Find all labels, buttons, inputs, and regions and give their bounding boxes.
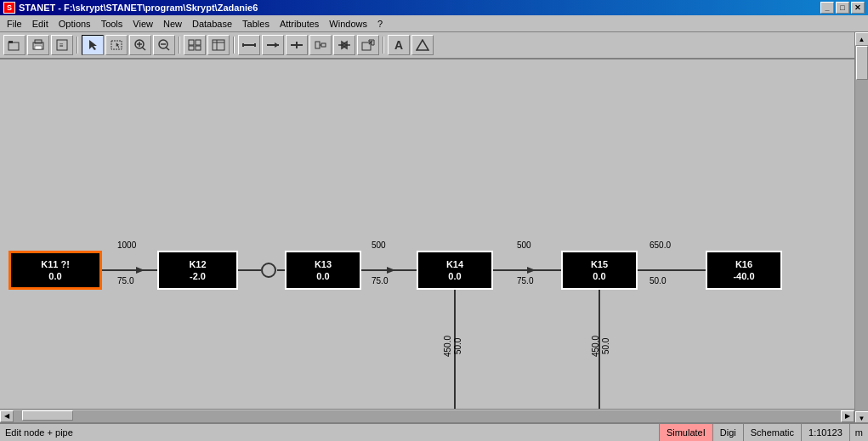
pipe-label-p2-top: 500 (372, 240, 386, 251)
minimize-button[interactable]: _ (820, 2, 834, 14)
unit-display: m (850, 424, 868, 441)
window-controls: _ □ ✕ (820, 2, 865, 14)
menu-help[interactable]: ? (372, 16, 388, 31)
simulate-button[interactable]: SimulateI (660, 424, 713, 441)
node-K13[interactable]: K13 0.0 (285, 251, 361, 290)
svg-rect-18 (196, 40, 201, 45)
table-button[interactable] (207, 35, 230, 55)
menu-attributes[interactable]: Attributes (275, 16, 324, 31)
shape-tool[interactable] (411, 35, 434, 55)
menu-file[interactable]: File (2, 16, 27, 31)
horizontal-scrollbar[interactable]: ◀ ▶ (0, 409, 854, 422)
app-icon: S (3, 2, 15, 14)
node-K14[interactable]: K14 0.0 (417, 251, 493, 290)
node-K12[interactable]: K12 -2.0 (157, 251, 238, 290)
pipe-label-p5: 450.0 50.0 (443, 336, 463, 357)
pipe-label-p6: 450.0 50.0 (591, 336, 611, 357)
menu-new[interactable]: New (158, 16, 187, 31)
menu-database[interactable]: Database (187, 16, 237, 31)
grid-button[interactable] (184, 35, 206, 55)
cursor-button[interactable] (82, 35, 104, 55)
status-mode: Edit node + pipe (0, 424, 660, 441)
svg-rect-4 (35, 46, 42, 49)
digi-button[interactable]: Digi (713, 424, 744, 441)
print-button[interactable] (27, 35, 49, 55)
svg-rect-19 (189, 46, 194, 50)
scroll-right-button[interactable]: ▶ (841, 410, 854, 422)
diagram-canvas: K11 ?! 0.0 1000 75.0 K12 -2.0 K13 0.0 50… (0, 119, 854, 441)
svg-marker-40 (417, 40, 428, 50)
valve-tool[interactable] (333, 35, 355, 55)
pipe-tool2[interactable] (262, 35, 284, 55)
open-button[interactable] (3, 35, 26, 55)
scroll-thumb-h[interactable] (22, 410, 73, 421)
svg-rect-0 (9, 42, 19, 50)
pipe-tool3[interactable] (286, 35, 308, 55)
pipe-tool1[interactable] (238, 35, 260, 55)
pipe-label-p2-bot: 75.0 (372, 276, 388, 286)
svg-rect-32 (321, 43, 326, 47)
svg-marker-51 (527, 267, 536, 274)
svg-marker-9 (116, 42, 120, 48)
pump-tool[interactable] (309, 35, 332, 55)
svg-rect-31 (315, 42, 320, 48)
valve-symbol[interactable] (261, 263, 276, 278)
svg-rect-21 (213, 40, 224, 50)
toolbar-sep-2 (179, 37, 180, 54)
svg-marker-50 (387, 267, 395, 274)
scale-display: 1:10123 (802, 424, 850, 441)
menu-edit[interactable]: Edit (27, 16, 54, 31)
scroll-up-button[interactable]: ▲ (855, 32, 869, 46)
export-tool[interactable] (357, 35, 379, 55)
schematic-button[interactable]: Schematic (744, 424, 802, 441)
node-K15[interactable]: K15 0.0 (561, 251, 638, 290)
svg-line-11 (143, 48, 146, 50)
svg-marker-28 (275, 42, 279, 48)
svg-rect-20 (196, 46, 201, 50)
menu-view[interactable]: View (128, 16, 158, 31)
toolbar-sep-3 (233, 37, 235, 54)
svg-line-15 (167, 48, 170, 50)
scroll-track-v (855, 46, 869, 411)
toolbar-sep-4 (383, 37, 384, 54)
menu-tools[interactable]: Tools (96, 16, 128, 31)
zoom-out-button[interactable] (153, 35, 175, 55)
text-tool[interactable]: A (388, 35, 410, 55)
zoom-in-button[interactable] (129, 35, 151, 55)
scroll-track-h (14, 410, 841, 422)
svg-marker-49 (136, 267, 145, 274)
toolbar-sep-1 (77, 37, 78, 54)
svg-rect-17 (189, 40, 194, 45)
pipe-label-p3-top: 500 (517, 240, 531, 251)
menu-tables[interactable]: Tables (237, 16, 275, 31)
status-bar: Edit node + pipe SimulateI Digi Schemati… (0, 422, 868, 441)
svg-rect-1 (9, 41, 13, 43)
menu-bar: File Edit Options Tools View New Databas… (0, 15, 868, 32)
pipe-label-p4-bot: 50.0 (650, 276, 666, 286)
toolbar: ≡ A (0, 32, 868, 59)
title-bar: S STANET - F:\skrypt\STANET\program\Skry… (0, 0, 868, 15)
pipe-label-p4-top: 650.0 (650, 240, 671, 251)
node-K11[interactable]: K11 ?! 0.0 (9, 251, 102, 290)
window-title: STANET - F:\skrypt\STANET\program\Skrypt… (19, 3, 258, 13)
scroll-left-button[interactable]: ◀ (0, 410, 14, 422)
node-K16[interactable]: K16 -40.0 (706, 251, 782, 290)
pipe-label-p1-bot: 75.0 (117, 276, 133, 286)
calc-button[interactable]: ≡ (51, 35, 73, 55)
select-button[interactable] (105, 35, 128, 55)
maximize-button[interactable]: □ (836, 2, 849, 14)
pipe-label-p3-bot: 75.0 (517, 276, 533, 286)
menu-windows[interactable]: Windows (324, 16, 372, 31)
svg-text:≡: ≡ (60, 42, 64, 49)
scroll-thumb-v[interactable] (856, 46, 868, 80)
close-button[interactable]: ✕ (851, 2, 865, 14)
svg-marker-7 (89, 40, 97, 50)
pipe-label-p1-top: 1000 (117, 240, 136, 251)
vertical-scrollbar[interactable]: ▲ ▼ (854, 32, 868, 425)
menu-options[interactable]: Options (54, 16, 96, 31)
